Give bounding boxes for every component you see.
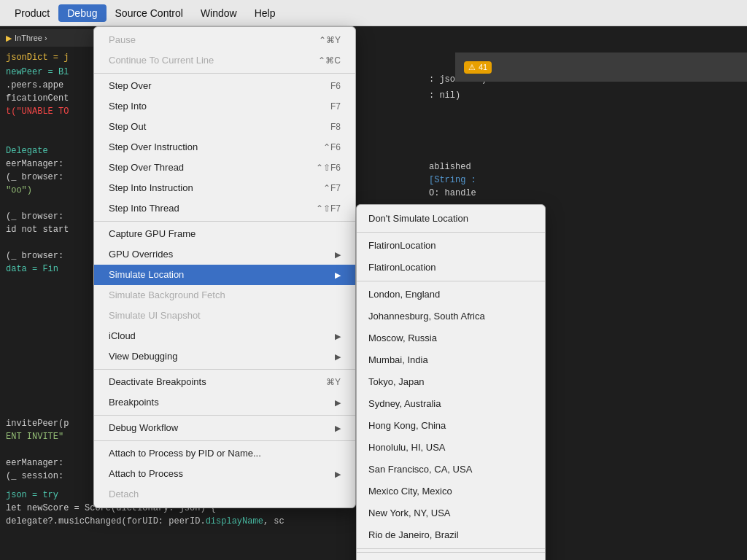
code-line: : nil) (423, 89, 642, 102)
menu-item-simulate-location[interactable]: Simulate Location ▶ (94, 265, 355, 285)
toolbar: ⚠ 41 (455, 52, 747, 82)
submenu-arrow-icon: ▶ (335, 349, 341, 364)
submenu-arrow-icon: ▶ (335, 247, 341, 262)
debug-dropdown-menu: Pause ⌃⌘Y Continue To Current Line ⌃⌘C S… (93, 26, 356, 508)
menu-item-attach-pid[interactable]: Attach to Process by PID or Name... (94, 443, 355, 464)
warning-count: 41 (479, 63, 487, 71)
menu-item-icloud[interactable]: iCloud ▶ (94, 326, 355, 346)
menu-item-gpu-overrides[interactable]: GPU Overrides ▶ (94, 244, 355, 265)
submenu-item-sydney[interactable]: Sydney, Australia (357, 393, 545, 415)
menu-item-debug-workflow[interactable]: Debug Workflow ▶ (94, 418, 355, 438)
submenu-item-mexicocity[interactable]: Mexico City, Mexico (357, 481, 545, 502)
code-line: ablished (423, 160, 642, 174)
submenu-divider (357, 232, 545, 233)
submenu-item-tokyo[interactable]: Tokyo, Japan (357, 371, 545, 393)
menu-item-step-into-thread[interactable]: Step Into Thread ⌃⇧F7 (94, 198, 355, 219)
folder-icon: ▶ (6, 34, 12, 43)
submenu-item-flatiron2[interactable]: FlatironLocation (357, 257, 545, 279)
menubar-item-source-control[interactable]: Source Control (107, 4, 192, 22)
submenu-arrow-icon: ▶ (335, 467, 341, 481)
warning-badge[interactable]: ⚠ 41 (464, 61, 492, 74)
submenu-item-moscow[interactable]: Moscow, Russia (357, 327, 545, 349)
warning-icon: ⚠ (468, 63, 476, 72)
menu-divider (94, 369, 355, 370)
menu-divider (94, 73, 355, 74)
code-line: [String : (423, 174, 642, 187)
menu-item-step-into[interactable]: Step Into F7 (94, 96, 355, 117)
menu-item-pause[interactable]: Pause ⌃⌘Y (94, 30, 355, 50)
submenu-arrow-icon: ▶ (335, 395, 341, 410)
submenu-item-add-gpx[interactable]: Add GPX File to Workspace... (357, 552, 545, 560)
submenu-divider (357, 281, 545, 281)
menu-divider (94, 440, 355, 441)
menubar-item-window[interactable]: Window (192, 4, 246, 22)
menu-item-step-over[interactable]: Step Over F6 (94, 76, 355, 96)
menu-item-deactivate-breakpoints[interactable]: Deactivate Breakpoints ⌘Y (94, 372, 355, 392)
submenu-item-hongkong[interactable]: Hong Kong, China (357, 415, 545, 437)
submenu-item-mumbai[interactable]: Mumbai, India (357, 349, 545, 371)
submenu-item-newyork[interactable]: New York, NY, USA (357, 502, 545, 524)
menu-divider (94, 415, 355, 416)
submenu-item-flatiron1[interactable]: FlatironLocation (357, 235, 545, 257)
menu-item-view-debugging[interactable]: View Debugging ▶ (94, 346, 355, 367)
menu-item-step-over-instruction[interactable]: Step Over Instruction ⌃F6 (94, 137, 355, 158)
menu-item-step-over-thread[interactable]: Step Over Thread ⌃⇧F6 (94, 158, 355, 178)
menu-item-step-out[interactable]: Step Out F8 (94, 117, 355, 137)
menu-item-breakpoints[interactable]: Breakpoints ▶ (94, 392, 355, 413)
menubar-item-help[interactable]: Help (246, 4, 285, 22)
menubar-item-product[interactable]: Product (6, 4, 58, 22)
menubar-item-debug[interactable]: Debug (58, 4, 106, 22)
submenu-item-london[interactable]: London, England (357, 284, 545, 306)
submenu-item-honolulu[interactable]: Honolulu, HI, USA (357, 437, 545, 459)
submenu-item-sanfrancisco[interactable]: San Francisco, CA, USA (357, 459, 545, 481)
submenu-arrow-icon: ▶ (335, 268, 341, 282)
submenu-arrow-icon: ▶ (335, 329, 341, 343)
breadcrumb: InThree › (15, 34, 47, 42)
submenu-arrow-icon: ▶ (335, 421, 341, 435)
submenu-divider (357, 548, 545, 549)
menubar: Product Debug Source Control Window Help (0, 0, 747, 26)
menu-divider (94, 221, 355, 222)
simulate-location-submenu: Don't Simulate Location FlatironLocation… (356, 204, 546, 560)
menu-item-simulate-ui[interactable]: Simulate UI Snapshot (94, 306, 355, 326)
code-line: O: handle (423, 187, 642, 200)
menu-item-step-into-instruction[interactable]: Step Into Instruction ⌃F7 (94, 178, 355, 198)
menu-item-continue[interactable]: Continue To Current Line ⌃⌘C (94, 50, 355, 71)
submenu-item-dont-simulate[interactable]: Don't Simulate Location (357, 208, 545, 230)
menu-item-attach-process[interactable]: Attach to Process ▶ (94, 464, 355, 484)
menu-item-detach[interactable]: Detach (94, 484, 355, 505)
submenu-item-johannesburg[interactable]: Johannesburg, South Africa (357, 306, 545, 327)
menu-item-simulate-background[interactable]: Simulate Background Fetch (94, 285, 355, 306)
submenu-item-riodejaneiro[interactable]: Rio de Janeiro, Brazil (357, 524, 545, 546)
menu-item-capture-gpu[interactable]: Capture GPU Frame (94, 224, 355, 244)
